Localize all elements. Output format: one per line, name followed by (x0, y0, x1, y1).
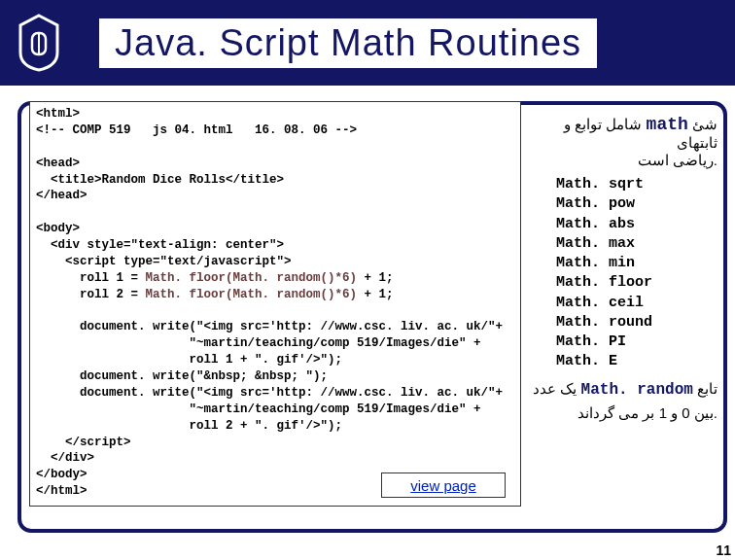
math-sidebar: شئ math شامل توابع و ثابتهای .ریاضی است … (527, 115, 718, 422)
roll1-line: roll 1 = Math. floor(Math. random()*6) +… (36, 271, 394, 285)
random-desc-line1: تابع Math. random یک عدد (527, 380, 718, 399)
view-page-link[interactable]: view page (410, 477, 476, 494)
intro-line-2: .ریاضی است (527, 152, 718, 169)
intro-word-1: شئ (692, 116, 718, 132)
roll2-prefix: roll 2 = (36, 288, 146, 301)
code-text-1: <html> <!-- COMP 519 js 04. html 16. 08.… (36, 107, 357, 268)
code-block: <html> <!-- COMP 519 js 04. html 16. 08.… (29, 101, 521, 507)
random-word-2: یک عدد (533, 380, 577, 397)
slide-title: Java. Script Math Routines (99, 18, 597, 68)
roll2-highlight: Math. floor(Math. random()*6) (146, 288, 358, 301)
math-keyword: math (647, 115, 688, 134)
random-desc-line2: .بین 0 و 1 بر می گرداند (527, 404, 718, 422)
roll2-line: roll 2 = Math. floor(Math. random()*6) +… (36, 288, 394, 301)
math-functions-list: Math. sqrt Math. pow Math. abs Math. max… (556, 175, 718, 372)
math-intro: شئ math شامل توابع و ثابتهای (527, 115, 718, 152)
code-text-2: document. write("<img src='http: //www.c… (36, 320, 503, 498)
page-number: 11 (716, 542, 731, 558)
roll1-prefix: roll 1 = (36, 271, 146, 285)
content-frame: <html> <!-- COMP 519 js 04. html 16. 08.… (18, 101, 727, 533)
roll1-highlight: Math. floor(Math. random()*6) (146, 271, 358, 285)
roll1-suffix: + 1; (357, 271, 394, 285)
roll2-suffix: + 1; (357, 288, 394, 301)
math-random-code: Math. random (581, 381, 693, 399)
view-page-box: view page (381, 472, 506, 498)
random-word-1: تابع (697, 380, 718, 397)
title-underline (115, 70, 659, 74)
institution-logo (10, 9, 68, 77)
